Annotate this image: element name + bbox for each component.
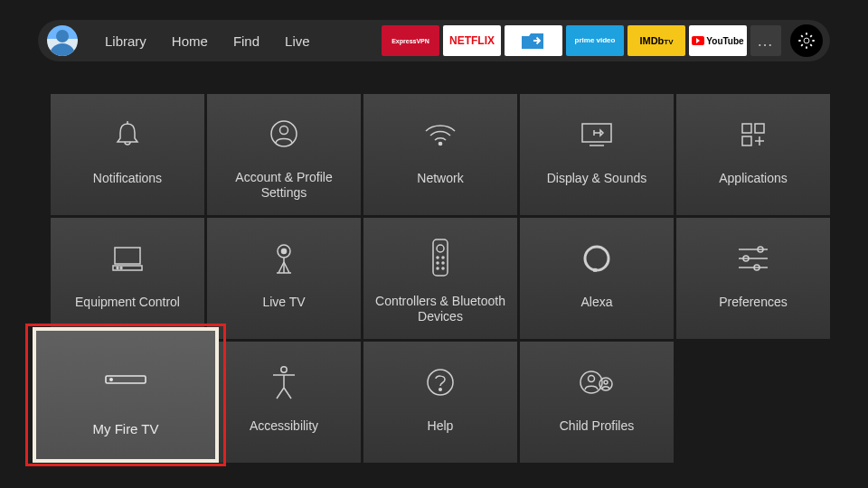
tile-equipment-label: Equipment Control [75,295,180,324]
child-profiles-icon [577,364,617,400]
settings-button[interactable] [790,24,823,57]
svg-rect-8 [755,124,764,133]
display-icon [577,117,617,153]
app-expressvpn-label: ExpressVPN [392,38,429,44]
tile-myfiretv[interactable]: My Fire TV [33,327,219,463]
nav-home[interactable]: Home [172,33,208,49]
nav-links: Library Home Find Live [105,33,310,49]
svg-rect-13 [113,266,142,270]
nav-find[interactable]: Find [233,33,259,49]
svg-point-21 [437,257,439,258]
svg-point-20 [437,245,444,252]
tile-account-label: Account & Profile Settings [214,170,354,202]
tile-notifications-label: Notifications [93,171,162,200]
svg-point-25 [437,267,439,269]
equipment-icon [108,240,147,277]
svg-point-24 [442,262,444,264]
tile-network-label: Network [417,171,463,200]
svg-point-22 [442,257,444,258]
app-es[interactable] [505,25,562,56]
svg-rect-7 [742,124,751,133]
tile-display-label: Display & Sounds [547,171,647,200]
youtube-icon [692,36,704,45]
app-primevideo-label: prime video [575,37,616,44]
tile-controllers-label: Controllers & Bluetooth Devices [371,294,510,325]
app-imdbtv-label: IMDbTV [639,35,673,46]
apps-icon [735,117,771,153]
tile-alexa-label: Alexa [580,295,612,324]
antenna-icon [266,239,302,278]
svg-point-23 [437,262,439,264]
empty-cell [676,342,830,463]
tile-controllers[interactable]: Controllers & Bluetooth Devices [363,218,517,339]
tile-help[interactable]: Help [363,342,517,463]
tile-preferences[interactable]: Preferences [676,218,830,339]
app-youtube[interactable]: YouTube [689,25,747,56]
tile-accessibility[interactable]: Accessibility [207,342,361,463]
svg-point-34 [281,367,287,372]
tile-childprofiles-label: Child Profiles [560,418,634,447]
remote-icon [428,236,453,279]
folder-icon [520,31,547,51]
tile-applications[interactable]: Applications [676,94,830,215]
profile-avatar[interactable] [47,25,78,56]
app-primevideo[interactable]: prime video [566,25,624,56]
tile-help-label: Help [428,418,454,447]
svg-rect-9 [742,136,751,145]
help-icon [422,364,458,400]
svg-point-36 [439,389,442,391]
nav-library[interactable]: Library [105,33,146,49]
tile-alexa[interactable]: Alexa [520,218,674,339]
app-youtube-label: YouTube [706,36,743,46]
tile-myfiretv-label: My Fire TV [92,421,158,436]
accessibility-icon [266,362,302,402]
app-netflix-label: NETFLIX [449,34,495,47]
svg-point-15 [120,267,122,269]
svg-rect-12 [115,248,140,264]
app-shortcuts: ExpressVPN NETFLIX prime video IMDbTV Yo… [382,25,781,56]
tile-accessibility-label: Accessibility [250,418,318,447]
bell-icon [109,117,146,153]
gear-icon [797,31,816,51]
nav-live[interactable]: Live [285,33,310,49]
svg-point-4 [439,142,441,145]
tile-applications-label: Applications [719,171,788,200]
alexa-icon [579,240,615,277]
more-apps-button[interactable]: … [750,25,781,56]
svg-point-0 [804,38,809,43]
tile-display[interactable]: Display & Sounds [520,94,674,215]
app-expressvpn[interactable]: ExpressVPN [382,25,439,56]
app-imdbtv[interactable]: IMDbTV [627,25,685,56]
tile-account[interactable]: Account & Profile Settings [207,94,361,215]
tile-preferences-label: Preferences [719,295,787,324]
svg-point-26 [442,267,444,269]
svg-point-38 [589,376,595,382]
sliders-icon [733,242,773,275]
tile-livetv-label: Live TV [262,295,305,324]
svg-point-40 [604,380,608,384]
svg-point-17 [282,249,287,254]
tile-equipment[interactable]: Equipment Control [51,218,204,339]
firetv-icon [100,369,151,390]
tile-network[interactable]: Network [363,94,517,215]
ellipsis-icon: … [757,32,775,51]
app-netflix[interactable]: NETFLIX [443,25,501,56]
tile-notifications[interactable]: Notifications [51,94,204,215]
account-icon [266,116,302,152]
svg-point-42 [110,378,112,380]
svg-point-27 [585,247,609,270]
svg-point-3 [280,126,288,134]
tile-childprofiles[interactable]: Child Profiles [520,342,674,463]
top-nav-bar: Library Home Find Live ExpressVPN NETFLI… [38,20,830,61]
tile-livetv[interactable]: Live TV [207,218,361,339]
wifi-icon [420,117,460,153]
svg-point-14 [117,267,118,269]
